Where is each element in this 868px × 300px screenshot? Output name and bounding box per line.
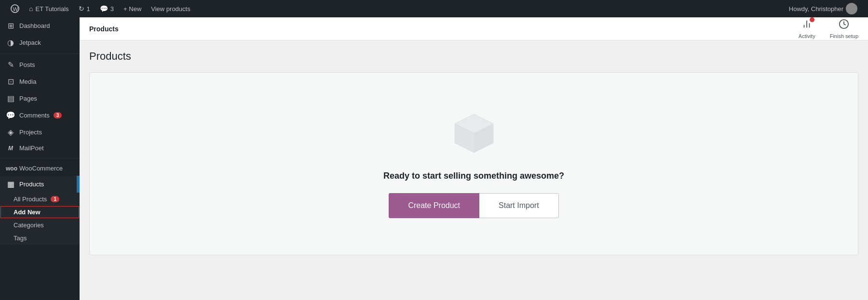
- projects-icon: ◈: [6, 128, 15, 137]
- content-header: Products Activity Finish set: [80, 17, 868, 40]
- products-empty-state: Ready to start selling something awesome…: [89, 72, 858, 255]
- content-header-title: Products: [89, 25, 119, 33]
- main-content: Products Activity Finish set: [80, 17, 868, 300]
- activity-button[interactable]: Activity: [799, 19, 815, 39]
- page-title: Products: [89, 50, 858, 63]
- sidebar-separator-1: [0, 53, 80, 54]
- create-product-button[interactable]: Create Product: [389, 193, 479, 218]
- woocommerce-icon: woo: [6, 165, 15, 172]
- all-products-badge: 1: [51, 196, 59, 202]
- box-icon: [445, 109, 503, 157]
- sidebar-item-media[interactable]: ⊡ Media: [0, 73, 80, 90]
- media-icon: ⊡: [6, 77, 15, 86]
- posts-icon: ✎: [6, 60, 15, 69]
- finish-setup-button[interactable]: Finish setup: [830, 19, 858, 39]
- empty-state-buttons: Create Product Start Import: [389, 193, 558, 218]
- new-content-link[interactable]: + New: [119, 0, 146, 17]
- sidebar-item-projects[interactable]: ◈ Projects: [0, 124, 80, 141]
- wp-logo[interactable]: W: [6, 0, 24, 17]
- start-import-button[interactable]: Start Import: [479, 193, 559, 218]
- submenu-tags[interactable]: Tags: [0, 232, 80, 245]
- products-submenu: All Products 1 Add New Categories Tags: [0, 193, 80, 245]
- empty-state-text: Ready to start selling something awesome…: [383, 171, 564, 181]
- comments-icon: 💬: [6, 111, 15, 120]
- comments-badge: 3: [54, 112, 62, 118]
- sidebar-item-dashboard[interactable]: ⊞ Dashboard: [0, 17, 80, 34]
- submenu-add-new[interactable]: Add New: [0, 206, 80, 219]
- comments-link[interactable]: 💬 3: [95, 0, 119, 17]
- products-icon: ▦: [6, 180, 15, 189]
- activity-icon: [801, 19, 812, 32]
- sidebar-item-pages[interactable]: ▤ Pages: [0, 90, 80, 107]
- submenu-categories[interactable]: Categories: [0, 219, 80, 232]
- updates-link[interactable]: ↻ 1: [74, 0, 95, 17]
- sidebar-separator-2: [0, 158, 80, 158]
- pages-icon: ▤: [6, 94, 15, 103]
- sidebar-item-comments[interactable]: 💬 Comments 3: [0, 107, 80, 124]
- sidebar-item-woocommerce[interactable]: woo WooCommerce: [0, 161, 80, 176]
- site-name[interactable]: ⌂ ET Tutorials: [24, 0, 74, 17]
- svg-text:W: W: [13, 6, 18, 12]
- jetpack-icon: ◑: [6, 38, 15, 47]
- sidebar: ⊞ Dashboard ◑ Jetpack ✎ Posts ⊡ Media ▤ …: [0, 17, 80, 300]
- header-right-actions: Activity Finish setup: [799, 19, 858, 39]
- finish-setup-icon: [839, 19, 849, 32]
- sidebar-item-products[interactable]: ▦ Products: [0, 176, 80, 193]
- mailpoet-icon: M: [6, 145, 15, 152]
- sidebar-item-posts[interactable]: ✎ Posts: [0, 56, 80, 73]
- howdy-user[interactable]: Howdy, Christopher: [784, 0, 862, 17]
- dashboard-icon: ⊞: [6, 21, 15, 30]
- submenu-all-products[interactable]: All Products 1: [0, 193, 80, 206]
- sidebar-item-jetpack[interactable]: ◑ Jetpack: [0, 34, 80, 51]
- view-products-link[interactable]: View products: [146, 0, 195, 17]
- box-icon-container: [445, 109, 503, 159]
- activity-badge: [810, 17, 814, 22]
- admin-bar: W ⌂ ET Tutorials ↻ 1 💬 3 + New View prod…: [0, 0, 868, 17]
- sidebar-item-mailpoet[interactable]: M MailPoet: [0, 141, 80, 156]
- content-body: Products Ready to start selling somethin…: [80, 40, 868, 265]
